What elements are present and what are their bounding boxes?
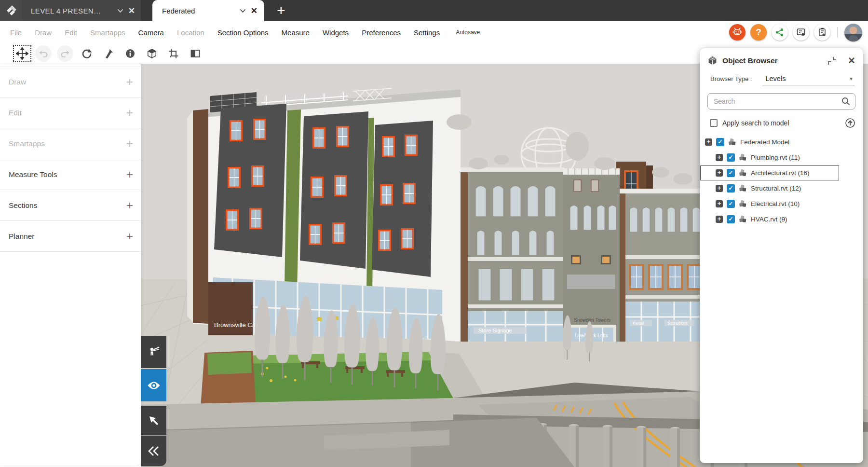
sidebar-section-edit[interactable]: Edit + xyxy=(0,97,141,128)
apply-search-label: Apply search to model xyxy=(722,119,840,127)
expand-icon[interactable]: + xyxy=(716,154,723,161)
dock-panel-icon[interactable] xyxy=(827,56,837,65)
model-icon xyxy=(739,215,747,223)
close-panel-icon[interactable]: ✕ xyxy=(848,55,855,66)
tab-level4-presentation[interactable]: LEVEL 4 PRESEN… ✕ xyxy=(22,0,141,21)
menu-section-options[interactable]: Section Options xyxy=(217,28,269,37)
scene-label-storefront: Storefront xyxy=(667,320,688,326)
close-tab-icon[interactable]: ✕ xyxy=(128,7,135,15)
object-browser-cube-icon xyxy=(707,55,718,66)
new-tab-button[interactable]: + xyxy=(277,0,285,21)
sidebar-section-planner[interactable]: Planner + xyxy=(0,221,141,252)
menu-preferences[interactable]: Preferences xyxy=(362,28,401,37)
search-input[interactable] xyxy=(714,97,841,105)
application-window: LEVEL 4 PRESEN… ✕ Federated ✕ + File Dra… xyxy=(0,0,868,467)
user-avatar[interactable] xyxy=(844,24,862,41)
model-icon xyxy=(739,169,747,177)
redo-button[interactable] xyxy=(55,44,75,63)
expand-plus-icon[interactable]: + xyxy=(126,75,133,89)
share-icon[interactable] xyxy=(772,24,788,41)
chevron-down-icon[interactable] xyxy=(240,9,246,13)
browser-type-row: Browser Type : Levels ▾ xyxy=(700,71,863,86)
chevron-down-icon[interactable] xyxy=(117,9,123,13)
view-mode-toolbar xyxy=(141,336,166,467)
section-label: Smartapps xyxy=(9,139,45,148)
selected-value: Levels xyxy=(765,75,786,82)
add-sheet-icon[interactable] xyxy=(814,24,830,41)
tab-label: LEVEL 4 PRESEN… xyxy=(31,7,112,15)
expand-plus-icon[interactable]: + xyxy=(126,230,133,243)
visibility-checkbox[interactable]: ✓ xyxy=(716,138,724,146)
cube-view-button[interactable] xyxy=(142,44,162,63)
tree-row-architectural[interactable]: + ✓ Architectural.rvt (16) xyxy=(700,165,863,180)
sidebar-section-smartapps[interactable]: Smartapps + xyxy=(0,128,141,159)
select-mode-button[interactable] xyxy=(141,406,166,435)
menu-edit[interactable]: Edit xyxy=(65,28,77,37)
menu-widgets[interactable]: Widgets xyxy=(323,28,349,37)
visibility-checkbox[interactable]: ✓ xyxy=(727,169,735,177)
help-icon[interactable]: ? xyxy=(750,24,767,41)
expand-plus-icon[interactable]: + xyxy=(126,168,133,181)
expand-icon[interactable]: + xyxy=(716,185,723,192)
menu-file[interactable]: File xyxy=(10,28,22,37)
expand-icon[interactable]: + xyxy=(716,200,723,207)
tree-row-federated-model[interactable]: + ✓ Federated Model xyxy=(700,134,863,150)
section-label: Planner xyxy=(9,232,34,241)
tree-row-electrical[interactable]: + ✓ Electrical.rvt (10) xyxy=(700,196,863,211)
issue-board-icon[interactable] xyxy=(793,24,809,41)
caret-down-icon: ▾ xyxy=(850,75,853,82)
browser-type-select[interactable]: Levels ▾ xyxy=(762,74,854,85)
menu-camera[interactable]: Camera xyxy=(138,28,164,37)
move-tool-button[interactable] xyxy=(13,45,31,62)
sidebar-section-draw[interactable]: Draw + xyxy=(0,67,141,97)
tree-row-plumbing[interactable]: + ✓ Plumbing.rvt (11) xyxy=(700,150,863,165)
collapse-panel-button[interactable] xyxy=(141,436,166,466)
header-actions: ? xyxy=(729,21,862,43)
tree-label: Plumbing.rvt (11) xyxy=(751,154,800,161)
visibility-checkbox[interactable]: ✓ xyxy=(727,184,735,192)
expand-plus-icon[interactable]: + xyxy=(126,137,133,151)
pen-tool-button[interactable] xyxy=(99,44,118,63)
assistant-robot-icon[interactable] xyxy=(729,24,746,41)
scene-label-retail: Retail xyxy=(633,320,644,326)
reset-view-button[interactable] xyxy=(77,44,96,63)
view-mode-button[interactable] xyxy=(141,369,166,401)
tree-row-structural[interactable]: + ✓ Structural.rvt (12) xyxy=(700,180,863,196)
apply-search-checkbox[interactable] xyxy=(710,119,718,127)
apply-search-row: Apply search to model xyxy=(710,118,855,128)
walk-mode-button[interactable] xyxy=(141,336,166,368)
menu-bar: File Draw Edit Smartapps Camera Location… xyxy=(0,21,868,43)
tab-federated[interactable]: Federated ✕ xyxy=(152,0,264,21)
sidebar-section-sections[interactable]: Sections + xyxy=(0,190,141,221)
model-icon xyxy=(739,184,747,192)
expand-icon[interactable]: + xyxy=(705,138,712,146)
visibility-checkbox[interactable]: ✓ xyxy=(727,153,735,162)
info-button[interactable] xyxy=(121,44,140,63)
section-label: Draw xyxy=(9,78,26,86)
search-icon[interactable] xyxy=(841,97,850,106)
tree-row-hvac[interactable]: + ✓ HVAC.rvt (9) xyxy=(700,211,863,227)
menu-draw[interactable]: Draw xyxy=(35,28,52,37)
visibility-checkbox[interactable]: ✓ xyxy=(727,200,735,208)
expand-plus-icon[interactable]: + xyxy=(126,106,133,120)
menu-smartapps[interactable]: Smartapps xyxy=(90,28,125,37)
undo-button[interactable] xyxy=(34,44,53,63)
crop-button[interactable] xyxy=(164,44,183,63)
tab-label: Federated xyxy=(162,7,235,15)
search-box[interactable] xyxy=(707,93,855,110)
sidebar-section-measure-tools[interactable]: Measure Tools + xyxy=(0,159,141,190)
model-tree: + ✓ Federated Model + ✓ Plumbing.rvt (11… xyxy=(700,132,863,227)
menu-location[interactable]: Location xyxy=(177,28,204,37)
model-icon xyxy=(728,138,736,146)
expand-icon[interactable]: + xyxy=(716,216,723,223)
expand-icon[interactable]: + xyxy=(716,169,723,177)
collapse-all-icon[interactable] xyxy=(845,118,855,128)
visibility-checkbox[interactable]: ✓ xyxy=(727,215,735,223)
expand-plus-icon[interactable]: + xyxy=(126,199,133,212)
close-tab-icon[interactable]: ✕ xyxy=(251,7,258,15)
menu-measure[interactable]: Measure xyxy=(282,28,310,37)
tree-label: Architectural.rvt (16) xyxy=(751,169,810,177)
menu-settings[interactable]: Settings xyxy=(414,28,440,37)
split-view-button[interactable] xyxy=(186,44,205,63)
model-icon xyxy=(739,153,747,162)
